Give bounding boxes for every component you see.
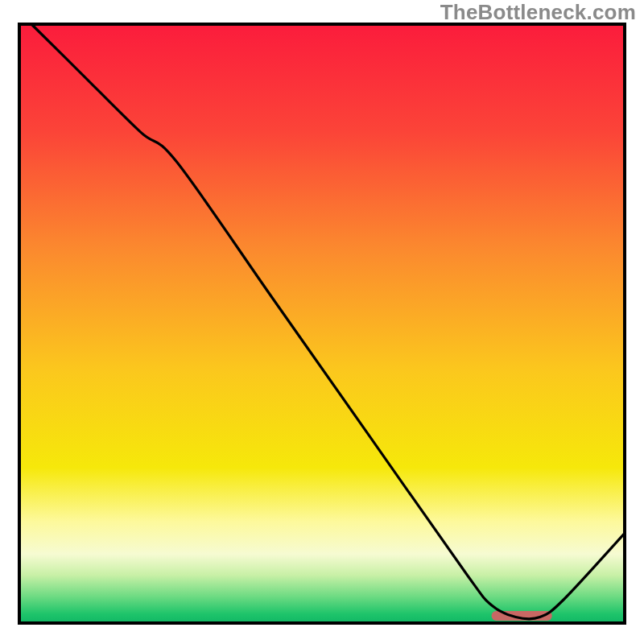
bottleneck-chart	[0, 0, 644, 644]
chart-frame: TheBottleneck.com	[0, 0, 644, 644]
watermark-text: TheBottleneck.com	[440, 0, 636, 25]
gradient-background	[19, 24, 625, 623]
